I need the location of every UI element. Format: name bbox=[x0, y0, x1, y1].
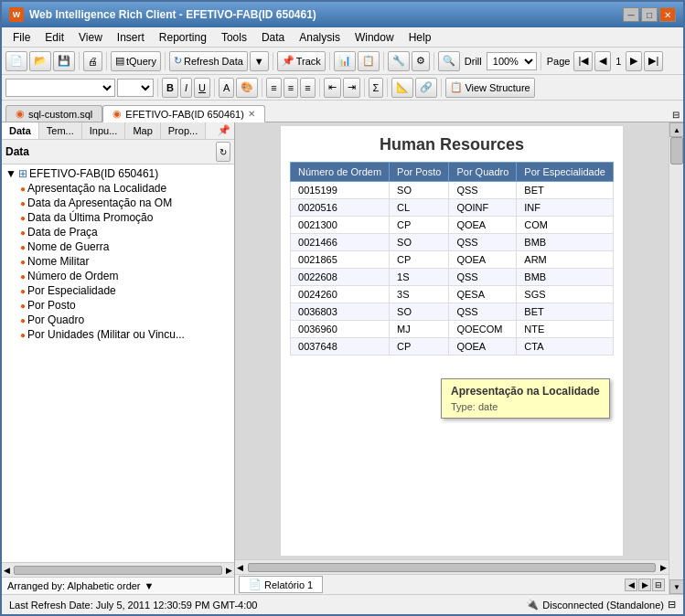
cell-5-1[interactable]: 1S bbox=[390, 269, 449, 286]
tb-icon2[interactable]: 📋 bbox=[358, 51, 380, 71]
tree-item-0[interactable]: ● Apresentação na Localidade bbox=[18, 181, 232, 196]
cell-0-0[interactable]: 0015199 bbox=[291, 182, 390, 199]
cell-0-3[interactable]: BET bbox=[517, 182, 614, 199]
tree-root[interactable]: ▼ ⊞ EFETIVO-FAB(ID 650461) bbox=[4, 166, 232, 181]
page-last[interactable]: ▶| bbox=[644, 51, 663, 71]
v-scroll-down[interactable]: ▼ bbox=[669, 579, 683, 594]
minimize-button[interactable]: ─ bbox=[623, 7, 639, 22]
cell-7-3[interactable]: BET bbox=[517, 303, 614, 321]
panel-pin-button[interactable]: 📌 bbox=[214, 122, 234, 139]
menu-help[interactable]: Help bbox=[401, 29, 439, 46]
h-scroll-right[interactable]: ▶ bbox=[658, 563, 669, 572]
font-select[interactable] bbox=[5, 79, 115, 97]
underline-button[interactable]: U bbox=[194, 78, 210, 98]
cell-1-0[interactable]: 0020516 bbox=[291, 199, 390, 217]
tab-report[interactable]: ◉ EFETIVO-FAB(ID 650461) ✕ bbox=[102, 105, 265, 122]
menu-data[interactable]: Data bbox=[254, 29, 292, 46]
menu-tools[interactable]: Tools bbox=[214, 29, 254, 46]
panel-tab-prop[interactable]: Prop... bbox=[161, 122, 206, 139]
tab-sql[interactable]: ◉ sql-custom.sql bbox=[5, 105, 102, 122]
cell-6-3[interactable]: SGS bbox=[517, 286, 614, 303]
v-scroll-up[interactable]: ▲ bbox=[669, 122, 683, 137]
align-left[interactable]: ≡ bbox=[266, 78, 281, 98]
tab-nav-right[interactable]: ▶ bbox=[638, 579, 651, 591]
menu-analysis[interactable]: Analysis bbox=[292, 29, 348, 46]
cell-0-2[interactable]: QSS bbox=[449, 182, 517, 199]
cell-2-2[interactable]: QOEA bbox=[449, 217, 517, 234]
track-button[interactable]: 📌 Track bbox=[277, 51, 326, 71]
panel-tab-map[interactable]: Map bbox=[125, 122, 160, 139]
h-scroll-thumb[interactable] bbox=[248, 563, 656, 572]
new-button[interactable]: 📄 bbox=[5, 51, 27, 71]
save-button[interactable]: 💾 bbox=[53, 51, 75, 71]
page-first[interactable]: |◀ bbox=[573, 51, 593, 71]
cell-2-1[interactable]: CP bbox=[390, 217, 449, 234]
tab-close-button[interactable]: ✕ bbox=[248, 109, 255, 119]
arranged-dropdown[interactable]: ▼ bbox=[144, 580, 155, 591]
cell-1-3[interactable]: INF bbox=[517, 199, 614, 217]
tb-icon7[interactable]: 🔗 bbox=[415, 78, 437, 98]
cell-9-1[interactable]: CP bbox=[390, 338, 449, 356]
menu-view[interactable]: View bbox=[71, 29, 110, 46]
cell-4-1[interactable]: CP bbox=[390, 251, 449, 269]
cell-8-1[interactable]: MJ bbox=[390, 321, 449, 338]
cell-8-2[interactable]: QOECOM bbox=[449, 321, 517, 338]
cell-3-3[interactable]: BMB bbox=[517, 234, 614, 251]
cell-3-1[interactable]: SO bbox=[390, 234, 449, 251]
tree-item-2[interactable]: ● Data da Última Promoção bbox=[18, 210, 232, 225]
tab-nav-left[interactable]: ◀ bbox=[625, 579, 637, 591]
cell-3-2[interactable]: QSS bbox=[449, 234, 517, 251]
align-center[interactable]: ≡ bbox=[284, 78, 298, 98]
cell-9-2[interactable]: QOEA bbox=[449, 338, 517, 356]
page-next[interactable]: ▶ bbox=[626, 51, 642, 71]
indent-more[interactable]: ⇥ bbox=[343, 78, 360, 98]
tb-icon4[interactable]: ⚙ bbox=[412, 51, 430, 71]
cell-8-0[interactable]: 0036960 bbox=[291, 321, 390, 338]
v-scroll-thumb[interactable] bbox=[670, 137, 683, 165]
menu-file[interactable]: File bbox=[5, 29, 37, 46]
panel-tab-data[interactable]: Data bbox=[2, 122, 39, 139]
cell-5-0[interactable]: 0022608 bbox=[291, 269, 390, 286]
menu-reporting[interactable]: Reporting bbox=[152, 29, 214, 46]
tb-icon6[interactable]: 📐 bbox=[391, 78, 413, 98]
cell-6-1[interactable]: 3S bbox=[390, 286, 449, 303]
cell-2-3[interactable]: COM bbox=[517, 217, 614, 234]
h-scroll-left[interactable]: ◀ bbox=[235, 563, 245, 572]
sum-button[interactable]: Σ bbox=[369, 78, 384, 98]
scroll-right-btn[interactable]: ▶ bbox=[224, 566, 234, 575]
print-button[interactable]: 🖨 bbox=[83, 51, 102, 71]
status-menu-icon[interactable]: ⊟ bbox=[668, 599, 676, 611]
menu-insert[interactable]: Insert bbox=[110, 29, 152, 46]
h-scroll[interactable]: ◀ ▶ bbox=[235, 559, 669, 574]
cell-1-2[interactable]: QOINF bbox=[449, 199, 517, 217]
cell-4-2[interactable]: QOEA bbox=[449, 251, 517, 269]
align-right[interactable]: ≡ bbox=[300, 78, 315, 98]
view-structure-button[interactable]: 📋 View Structure bbox=[445, 78, 534, 98]
report-tab-1[interactable]: 📄 Relatório 1 bbox=[239, 576, 323, 593]
cell-2-0[interactable]: 0021300 bbox=[291, 217, 390, 234]
tb-icon3[interactable]: 🔧 bbox=[388, 51, 410, 71]
refresh-dropdown[interactable]: ▼ bbox=[250, 51, 269, 71]
tree-item-1[interactable]: ● Data da Apresentação na OM bbox=[18, 196, 232, 210]
cell-7-0[interactable]: 0036803 bbox=[291, 303, 390, 321]
h-scroll-thumb[interactable] bbox=[14, 566, 222, 575]
page-prev[interactable]: ◀ bbox=[594, 51, 611, 71]
tree-item-10[interactable]: ● Por Unidades (Militar ou Vincu... bbox=[18, 327, 232, 342]
query-button[interactable]: ▤ tQuery bbox=[111, 51, 161, 71]
cell-9-0[interactable]: 0037648 bbox=[291, 338, 390, 356]
cell-0-1[interactable]: SO bbox=[390, 182, 449, 199]
tree-item-3[interactable]: ● Data de Praça bbox=[18, 225, 232, 239]
tab-menu-button[interactable]: ⊟ bbox=[672, 110, 680, 122]
panel-tab-inp[interactable]: Inpu... bbox=[82, 122, 126, 139]
scroll-left-btn[interactable]: ◀ bbox=[2, 566, 12, 575]
indent-less[interactable]: ⇤ bbox=[324, 78, 341, 98]
panel-refresh-button[interactable]: ↻ bbox=[216, 142, 230, 162]
maximize-button[interactable]: □ bbox=[641, 7, 658, 22]
tb-icon1[interactable]: 📊 bbox=[334, 51, 356, 71]
italic-button[interactable]: I bbox=[180, 78, 192, 98]
zoom-select[interactable]: 100% 75% 150% bbox=[487, 52, 537, 70]
cell-5-2[interactable]: QSS bbox=[449, 269, 517, 286]
cell-5-3[interactable]: BMB bbox=[517, 269, 614, 286]
tree-item-5[interactable]: ● Nome Militar bbox=[18, 254, 232, 269]
bold-button[interactable]: B bbox=[162, 78, 178, 98]
